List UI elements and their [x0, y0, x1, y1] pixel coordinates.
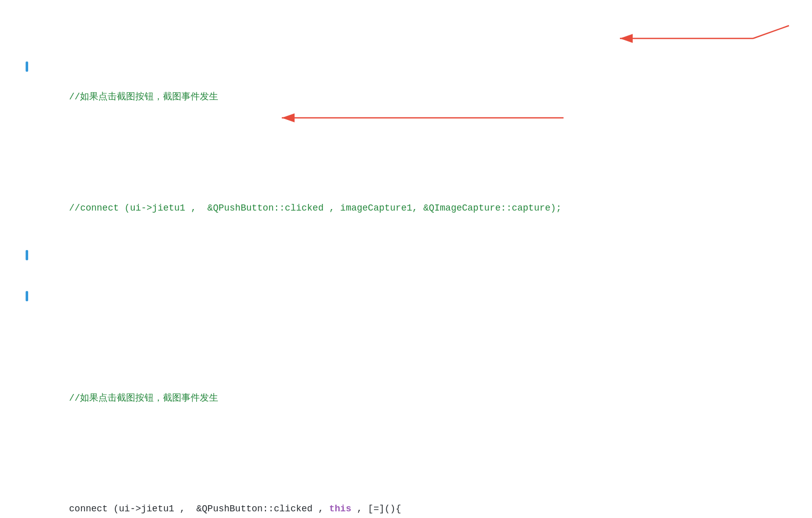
comment-text-2: //如果点击截图按钮，截图事件发生: [69, 393, 219, 403]
line-comment1: //如果点击截图按钮，截图事件发生: [36, 73, 792, 121]
connect-end: , [=](){: [351, 504, 401, 514]
line-connect: connect (ui->jietu1 , &QPushButton::clic…: [36, 485, 792, 518]
commented-connect-text: //connect (ui->jietu1 , &QPushButton::cl…: [69, 203, 561, 213]
code-editor: //如果点击截图按钮，截图事件发生 //connect (ui->jietu1 …: [36, 10, 792, 518]
line-commented-connect: //connect (ui->jietu1 , &QPushButton::cl…: [36, 184, 792, 233]
connect-keyword: connect (ui->jietu1 , &QPushButton::clic…: [69, 504, 329, 514]
line-comment2: //如果点击截图按钮，截图事件发生: [36, 374, 792, 423]
indicator-3: [26, 291, 28, 301]
indicator-2: [26, 250, 28, 260]
this-keyword-1: this: [329, 504, 351, 514]
indicator-1: [26, 61, 28, 72]
blank-line-1: [36, 295, 792, 312]
comment-text-1: //如果点击截图按钮，截图事件发生: [69, 92, 219, 102]
